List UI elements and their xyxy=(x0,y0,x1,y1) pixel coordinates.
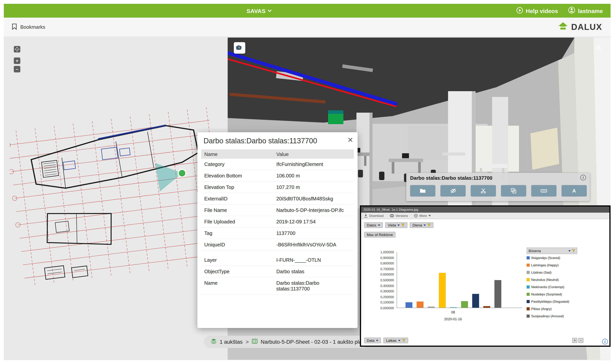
versions-button[interactable]: Versions xyxy=(390,214,408,218)
top-bar: SAVAS Help videos lastname xyxy=(4,4,611,18)
folder-button[interactable] xyxy=(410,185,435,196)
legend-header[interactable]: Būsena xyxy=(527,247,577,254)
y-tick-label: 0,500000 xyxy=(380,278,394,282)
legend-item[interactable]: Liūdnas (Sad) xyxy=(527,269,577,276)
filter-chip-data[interactable]: Data xyxy=(364,338,381,343)
pan-control[interactable] xyxy=(14,46,20,52)
legend-item[interactable]: Išsigandęs (Scared) xyxy=(527,254,577,261)
versions-label: Versions xyxy=(395,214,408,218)
bar[interactable] xyxy=(405,302,412,308)
more-button[interactable]: More xyxy=(414,214,431,218)
legend-item[interactable]: Niekinantis (Contempt) xyxy=(527,283,577,290)
bookmarks-button[interactable]: Bookmarks xyxy=(12,18,45,36)
property-value: -B6SRHnfIklhVsOYoV-5DA xyxy=(273,242,354,247)
measure-label: Max of Reikšmė xyxy=(367,233,393,237)
legend-item[interactable]: Susijaudinęs (Arousal) xyxy=(527,312,577,320)
bar[interactable] xyxy=(483,306,490,308)
filter-label: Data xyxy=(367,338,374,343)
filter-chip-datos[interactable]: Datos xyxy=(364,222,383,228)
floor-plan[interactable] xyxy=(10,75,224,320)
bar[interactable] xyxy=(472,294,479,308)
legend-label: Nustеbęs (Surprised) xyxy=(531,292,562,296)
legend-title: Būsena xyxy=(529,249,541,253)
filter-chip-vieta[interactable]: Vieta xyxy=(385,222,408,228)
play-circle-icon xyxy=(516,7,523,15)
filter-label: Diena xyxy=(413,223,422,227)
smart-filter-button[interactable] xyxy=(234,42,245,54)
property-row: Elevation Bottom106.000 m xyxy=(201,170,354,182)
bar[interactable] xyxy=(428,307,435,308)
bar[interactable] xyxy=(495,280,501,308)
property-row: File Uploaded2019-12-09 17:54 xyxy=(201,216,354,228)
measure-chip[interactable]: Max of Reikšmė xyxy=(364,232,395,238)
copy-button[interactable] xyxy=(501,185,526,196)
legend-label: Pasišlykštėjęs (Disgusted) xyxy=(531,299,569,303)
info-icon: i xyxy=(580,175,586,181)
property-name: Tag xyxy=(201,230,273,236)
chart-zoom-in-button[interactable]: + xyxy=(572,338,577,343)
legend-swatch xyxy=(527,285,530,288)
bar[interactable] xyxy=(461,301,468,308)
axis-filters: Data Laikas xyxy=(364,338,408,343)
filter-label: Laikas xyxy=(386,338,396,343)
legend-swatch xyxy=(527,278,530,281)
camera-marker[interactable] xyxy=(155,163,186,192)
legend-swatch xyxy=(527,256,530,259)
property-value: 106.000 m xyxy=(273,173,354,179)
more-icon xyxy=(414,214,418,218)
property-name: File Name xyxy=(201,207,273,213)
bar[interactable] xyxy=(450,307,457,308)
property-row: CategoryIfcFurnishingElement xyxy=(201,159,354,170)
workspace-selector[interactable]: SAVAS xyxy=(232,4,286,18)
y-tick-label: 0,000000 xyxy=(380,306,394,310)
letter-a-icon: A xyxy=(571,188,577,194)
property-value: 1137700 xyxy=(273,230,354,236)
legend-swatch xyxy=(527,293,530,296)
chart-legend: Būsena Išsigandęs (Scared)Laimingas (Hap… xyxy=(527,247,577,320)
popup-close-button[interactable]: × xyxy=(348,135,353,144)
chart-zoom-out-button[interactable]: − xyxy=(578,338,583,343)
property-name: Name xyxy=(201,280,273,292)
legend-swatch xyxy=(527,300,530,303)
scissors-icon xyxy=(480,188,486,194)
bar[interactable] xyxy=(417,301,423,308)
chart: Datos Vieta Diena Max of Rei xyxy=(361,219,609,346)
property-name: Elevation Bottom xyxy=(201,173,273,179)
help-videos-button[interactable]: Help videos xyxy=(516,7,558,15)
hide-object-button[interactable] xyxy=(440,185,466,196)
text-annotation-button[interactable]: A xyxy=(562,185,587,196)
legend-item[interactable]: Piktas (Angry) xyxy=(527,305,577,312)
x-axis-hour-label: 08 xyxy=(405,310,501,314)
zoom-out-button[interactable]: − xyxy=(14,66,20,72)
object-info-button[interactable]: i xyxy=(580,175,586,181)
help-videos-label: Help videos xyxy=(526,7,558,14)
property-row: UniqueID-B6SRHnfIklhVsOYoV-5DA xyxy=(201,239,354,251)
legend-swatch xyxy=(527,307,530,310)
dalux-app: SAVAS Help videos lastname Bookm xyxy=(0,0,614,364)
dimension-icon xyxy=(540,188,547,194)
zoom-in-button[interactable]: + xyxy=(14,57,20,64)
close-3d-button[interactable]: × xyxy=(593,42,604,54)
property-value: 107.270 m xyxy=(273,184,354,190)
legend-item[interactable]: Laimingas (Happy) xyxy=(527,261,577,269)
user-icon xyxy=(568,7,575,15)
legend-item[interactable]: Pasišlykštėjęs (Disgusted) xyxy=(527,298,577,305)
property-value: IfcFurnishingElement xyxy=(273,161,354,167)
filter-chip-laikas[interactable]: Laikas xyxy=(383,338,408,343)
filter-chip-diena[interactable]: Diena xyxy=(410,222,434,228)
property-row: NameDarbo stalas:Darbo stalas:1137700 xyxy=(201,277,354,295)
section-cut-button[interactable] xyxy=(471,185,496,196)
bar[interactable] xyxy=(439,273,446,308)
breadcrumb[interactable]: 1 aukštas > Narbuto-5-DP-Sheet - 02-03 -… xyxy=(204,336,369,348)
legend-label: Piktas (Angry) xyxy=(531,307,552,311)
legend-item[interactable]: Neutralus (Neutral) xyxy=(527,276,577,283)
chevron-down-icon xyxy=(429,215,431,217)
user-menu[interactable]: lastname xyxy=(568,7,603,15)
legend-item[interactable]: Nustеbęs (Surprised) xyxy=(527,290,577,298)
measure-button[interactable] xyxy=(531,185,557,196)
chevron-down-icon xyxy=(378,224,380,226)
preview-info-button[interactable]: i xyxy=(602,339,608,344)
download-button[interactable]: Download xyxy=(364,214,384,218)
eye-off-icon xyxy=(450,188,456,194)
y-tick-label: 0,600000 xyxy=(380,273,394,276)
